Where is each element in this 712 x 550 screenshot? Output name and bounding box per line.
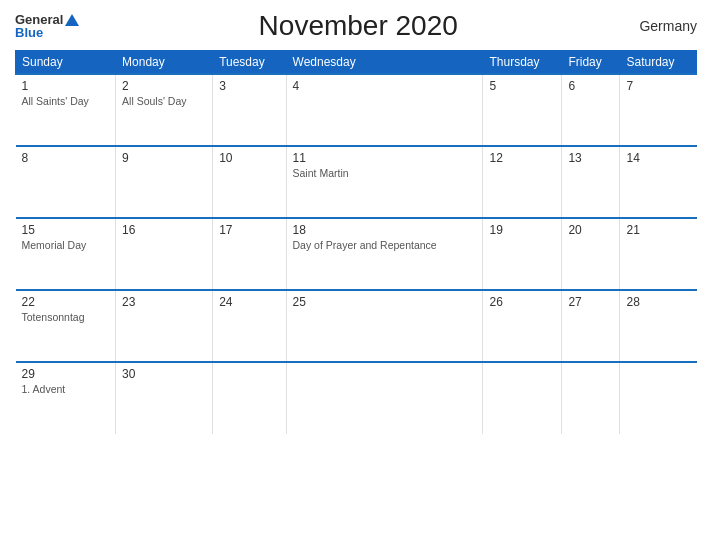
calendar-day-cell: 17 xyxy=(213,218,286,290)
day-event: Saint Martin xyxy=(293,167,477,181)
calendar-day-cell: 9 xyxy=(116,146,213,218)
day-event: Day of Prayer and Repentance xyxy=(293,239,477,253)
header-sunday: Sunday xyxy=(16,51,116,75)
day-number: 15 xyxy=(22,223,110,237)
day-number: 2 xyxy=(122,79,206,93)
calendar-week-row: 891011Saint Martin121314 xyxy=(16,146,697,218)
calendar-day-cell: 30 xyxy=(116,362,213,434)
calendar-day-cell: 24 xyxy=(213,290,286,362)
calendar-day-cell xyxy=(620,362,697,434)
day-number: 7 xyxy=(626,79,690,93)
calendar-day-cell: 25 xyxy=(286,290,483,362)
day-event: 1. Advent xyxy=(22,383,110,397)
day-number: 25 xyxy=(293,295,477,309)
calendar-day-cell: 23 xyxy=(116,290,213,362)
day-number: 14 xyxy=(626,151,690,165)
calendar-day-cell: 11Saint Martin xyxy=(286,146,483,218)
calendar-day-cell: 18Day of Prayer and Repentance xyxy=(286,218,483,290)
country-label: Germany xyxy=(637,18,697,34)
day-number: 3 xyxy=(219,79,279,93)
calendar-day-cell xyxy=(213,362,286,434)
calendar-day-cell xyxy=(562,362,620,434)
calendar-week-row: 1All Saints' Day2All Souls' Day34567 xyxy=(16,74,697,146)
calendar-body: 1All Saints' Day2All Souls' Day345678910… xyxy=(16,74,697,434)
calendar-day-cell: 26 xyxy=(483,290,562,362)
weekday-header-row: Sunday Monday Tuesday Wednesday Thursday… xyxy=(16,51,697,75)
day-number: 17 xyxy=(219,223,279,237)
day-number: 5 xyxy=(489,79,555,93)
calendar-page: General Blue November 2020 Germany Sunda… xyxy=(0,0,712,550)
calendar-day-cell: 8 xyxy=(16,146,116,218)
day-number: 12 xyxy=(489,151,555,165)
day-number: 10 xyxy=(219,151,279,165)
calendar-day-cell: 22Totensonntag xyxy=(16,290,116,362)
calendar-day-cell: 20 xyxy=(562,218,620,290)
day-number: 22 xyxy=(22,295,110,309)
day-number: 26 xyxy=(489,295,555,309)
day-event: Totensonntag xyxy=(22,311,110,325)
calendar-week-row: 22Totensonntag232425262728 xyxy=(16,290,697,362)
header-thursday: Thursday xyxy=(483,51,562,75)
day-number: 13 xyxy=(568,151,613,165)
calendar-day-cell: 5 xyxy=(483,74,562,146)
header-wednesday: Wednesday xyxy=(286,51,483,75)
calendar-day-cell: 10 xyxy=(213,146,286,218)
calendar-day-cell xyxy=(286,362,483,434)
calendar-header: Sunday Monday Tuesday Wednesday Thursday… xyxy=(16,51,697,75)
header-friday: Friday xyxy=(562,51,620,75)
day-event: All Saints' Day xyxy=(22,95,110,109)
header-monday: Monday xyxy=(116,51,213,75)
day-number: 19 xyxy=(489,223,555,237)
day-number: 30 xyxy=(122,367,206,381)
day-number: 4 xyxy=(293,79,477,93)
day-number: 21 xyxy=(626,223,690,237)
calendar-title: November 2020 xyxy=(79,10,637,42)
calendar-day-cell: 7 xyxy=(620,74,697,146)
day-number: 29 xyxy=(22,367,110,381)
calendar-day-cell: 15Memorial Day xyxy=(16,218,116,290)
calendar-day-cell: 16 xyxy=(116,218,213,290)
day-number: 9 xyxy=(122,151,206,165)
header-saturday: Saturday xyxy=(620,51,697,75)
calendar-day-cell: 14 xyxy=(620,146,697,218)
calendar-week-row: 15Memorial Day161718Day of Prayer and Re… xyxy=(16,218,697,290)
day-number: 20 xyxy=(568,223,613,237)
calendar-day-cell xyxy=(483,362,562,434)
calendar-day-cell: 3 xyxy=(213,74,286,146)
calendar-day-cell: 4 xyxy=(286,74,483,146)
calendar-day-cell: 1All Saints' Day xyxy=(16,74,116,146)
day-number: 1 xyxy=(22,79,110,93)
day-number: 8 xyxy=(22,151,110,165)
day-number: 16 xyxy=(122,223,206,237)
calendar-table: Sunday Monday Tuesday Wednesday Thursday… xyxy=(15,50,697,434)
calendar-day-cell: 291. Advent xyxy=(16,362,116,434)
calendar-day-cell: 28 xyxy=(620,290,697,362)
day-number: 6 xyxy=(568,79,613,93)
logo-triangle-icon xyxy=(65,14,79,26)
header: General Blue November 2020 Germany xyxy=(15,10,697,42)
day-number: 27 xyxy=(568,295,613,309)
calendar-day-cell: 21 xyxy=(620,218,697,290)
header-tuesday: Tuesday xyxy=(213,51,286,75)
day-number: 28 xyxy=(626,295,690,309)
day-number: 24 xyxy=(219,295,279,309)
calendar-day-cell: 27 xyxy=(562,290,620,362)
day-number: 18 xyxy=(293,223,477,237)
calendar-week-row: 291. Advent30 xyxy=(16,362,697,434)
day-number: 23 xyxy=(122,295,206,309)
calendar-day-cell: 12 xyxy=(483,146,562,218)
calendar-day-cell: 19 xyxy=(483,218,562,290)
day-event: All Souls' Day xyxy=(122,95,206,109)
calendar-day-cell: 2All Souls' Day xyxy=(116,74,213,146)
day-event: Memorial Day xyxy=(22,239,110,253)
calendar-day-cell: 13 xyxy=(562,146,620,218)
logo-blue-text: Blue xyxy=(15,26,79,39)
day-number: 11 xyxy=(293,151,477,165)
calendar-day-cell: 6 xyxy=(562,74,620,146)
logo: General Blue xyxy=(15,13,79,39)
